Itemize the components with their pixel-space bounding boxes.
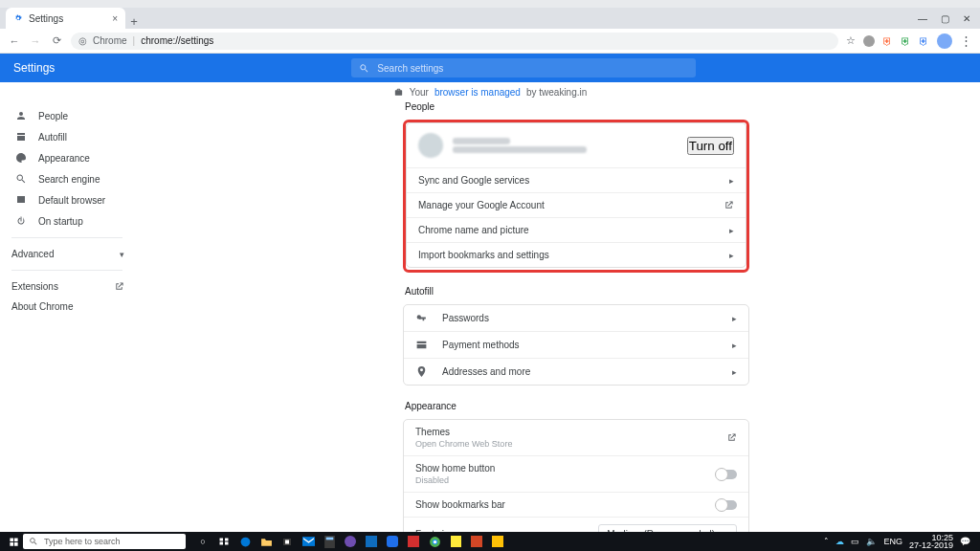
chevron-right-icon: ▸ [732, 367, 737, 377]
row-themes[interactable]: Themes Open Chrome Web Store [404, 420, 748, 455]
profile-email-blurred [453, 146, 587, 153]
task-app1-icon[interactable] [343, 534, 358, 549]
task-explorer-icon[interactable] [258, 534, 274, 549]
task-view-icon[interactable] [216, 534, 232, 549]
shield-blue-icon[interactable]: ⛨ [919, 35, 929, 47]
menu-dots-icon[interactable]: ⋮ [960, 33, 972, 48]
page-title: Settings [13, 61, 55, 75]
person-icon [15, 110, 29, 121]
profile-avatar[interactable] [937, 33, 952, 49]
toggle-bookmarks-bar[interactable] [716, 500, 737, 510]
chevron-right-icon: ▸ [729, 251, 734, 260]
row-passwords[interactable]: Passwords▸ [404, 305, 748, 331]
power-icon [15, 215, 29, 227]
search-icon [359, 63, 369, 74]
window-minimize-button[interactable]: — [918, 13, 927, 24]
row-name-picture[interactable]: Chrome name and picture▸ [407, 217, 746, 242]
tray-lang[interactable]: ENG [883, 537, 902, 546]
chevron-right-icon: ▸ [732, 314, 737, 323]
star-icon[interactable]: ☆ [846, 34, 856, 47]
task-edge-icon[interactable] [237, 534, 253, 549]
task-app4-icon[interactable] [490, 534, 505, 549]
row-sync[interactable]: Sync and Google services▸ [407, 167, 746, 192]
task-app2-icon[interactable] [364, 534, 379, 549]
close-tab-icon[interactable]: × [112, 13, 118, 24]
font-size-select[interactable]: Medium (Recommended) [598, 524, 737, 532]
sidebar-item-autofill[interactable]: Autofill [0, 126, 134, 147]
tray-chevron-up-icon[interactable]: ˄ [824, 537, 829, 546]
section-title-people: People [405, 101, 749, 112]
window-maximize-button[interactable]: ▢ [941, 13, 949, 24]
card-icon [415, 339, 431, 351]
svg-rect-5 [325, 537, 333, 540]
toggle-home-button[interactable] [716, 470, 737, 479]
turn-off-button[interactable]: Turn off [687, 137, 734, 155]
tray-volume-icon[interactable]: 🔈 [866, 537, 877, 546]
shield-orange-icon[interactable]: ⛨ [882, 35, 893, 47]
sidebar-item-appearance[interactable]: Appearance [0, 147, 134, 168]
new-tab-button[interactable]: + [125, 14, 143, 29]
shield-green-icon[interactable]: ⛨ [901, 35, 911, 47]
taskbar-search[interactable]: Type here to search [23, 534, 186, 549]
row-home-button[interactable]: Show home button Disabled [404, 455, 748, 492]
sidebar-advanced[interactable]: Advanced▾ [0, 244, 134, 264]
sidebar-item-default-browser[interactable]: Default browser [0, 189, 134, 210]
key-icon [415, 312, 431, 324]
reload-icon[interactable]: ⟳ [50, 34, 63, 47]
task-chrome-icon[interactable] [427, 534, 442, 549]
back-icon[interactable]: ← [8, 35, 21, 47]
sidebar-item-people[interactable]: People [0, 105, 134, 126]
svg-point-0 [240, 537, 250, 546]
forward-icon[interactable]: → [29, 35, 42, 47]
row-payment[interactable]: Payment methods▸ [404, 331, 748, 358]
tray-network-icon[interactable]: ▭ [851, 537, 859, 546]
task-acrobat-icon[interactable] [406, 534, 421, 549]
autofill-icon [15, 131, 29, 143]
row-import[interactable]: Import bookmarks and settings▸ [407, 242, 746, 267]
tray-clock[interactable]: 10:25 27-12-2019 [909, 534, 953, 549]
tray-cloud-icon[interactable]: ☁ [835, 537, 844, 546]
sidebar-item-search[interactable]: Search engine [0, 168, 134, 189]
location-icon [415, 365, 431, 378]
taskbar: Type here to search ○ ˄ ☁ ▭ 🔈 ENG 10:25 … [0, 532, 980, 551]
section-title-appearance: Appearance [405, 401, 749, 411]
row-font-size: Font size Medium (Recommended) [404, 517, 748, 532]
open-external-icon [726, 432, 737, 443]
tray-notifications-icon[interactable]: 💬 [960, 537, 970, 546]
profile-name-blurred [453, 138, 510, 144]
managed-link[interactable]: browser is managed [434, 87, 521, 98]
task-app3-icon[interactable] [385, 534, 400, 549]
settings-search[interactable]: Search settings [351, 58, 696, 77]
tab-title: Settings [29, 13, 63, 24]
browser-icon [15, 194, 29, 206]
url-path: chrome://settings [141, 35, 213, 46]
ext-icon-1[interactable] [863, 35, 875, 47]
open-external-icon [114, 281, 124, 292]
sidebar-about[interactable]: About Chrome [0, 297, 134, 317]
people-highlight-box: Turn off Sync and Google services▸ Manag… [403, 120, 749, 273]
row-manage-account[interactable]: Manage your Google Account [407, 192, 746, 217]
row-bookmarks-bar[interactable]: Show bookmarks bar [404, 492, 748, 517]
browser-tab[interactable]: Settings × [6, 8, 125, 29]
appearance-icon [15, 152, 29, 164]
chevron-down-icon: ▾ [120, 250, 124, 259]
chrome-icon: ◎ [78, 35, 87, 46]
task-notes-icon[interactable] [448, 534, 463, 549]
search-engine-icon [15, 173, 29, 185]
profile-picture [418, 133, 443, 158]
task-mail-icon[interactable] [301, 534, 316, 549]
task-calc-icon[interactable] [322, 534, 337, 549]
address-bar[interactable]: ◎ Chrome | chrome://settings [71, 33, 838, 50]
sidebar-item-startup[interactable]: On startup [0, 210, 134, 231]
start-button[interactable] [4, 532, 23, 551]
briefcase-icon [393, 87, 404, 98]
task-store-icon[interactable] [279, 534, 295, 549]
open-external-icon [724, 200, 734, 210]
managed-banner: Your browser is managed by tweaking.in [0, 82, 980, 101]
row-addresses[interactable]: Addresses and more▸ [404, 358, 748, 385]
window-close-button[interactable]: ✕ [963, 13, 970, 24]
section-title-autofill: Autofill [405, 286, 749, 297]
task-cortana-icon[interactable]: ○ [195, 534, 211, 549]
task-ppt-icon[interactable] [469, 534, 484, 549]
sidebar-extensions[interactable]: Extensions [0, 276, 134, 297]
